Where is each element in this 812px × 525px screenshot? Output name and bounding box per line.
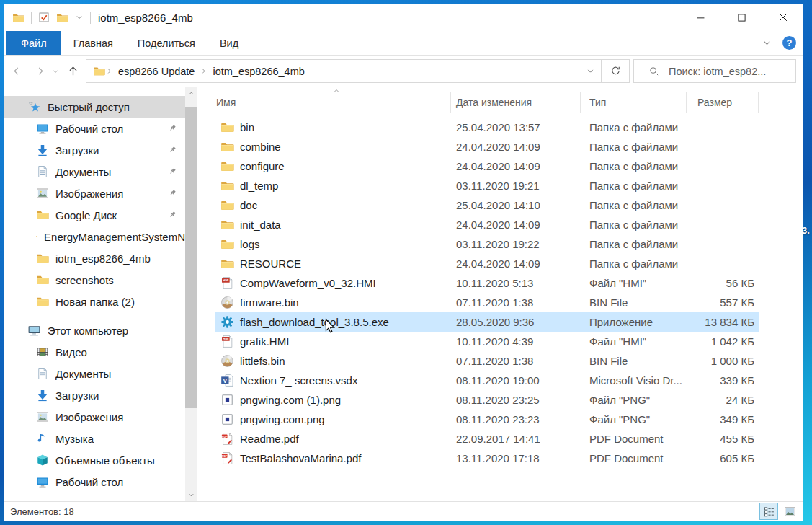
sidebar-item[interactable]: iotm_esp8266_4mb	[4, 247, 185, 269]
separator	[31, 12, 32, 24]
sidebar-item[interactable]: Рабочий стол	[4, 471, 185, 493]
qat-folder-icon[interactable]	[56, 12, 68, 24]
file-row[interactable]: dl_temp 03.11.2020 19:21 Папка с файлами	[215, 176, 759, 195]
ribbon-collapse-chevron-icon[interactable]	[762, 38, 772, 48]
ribbon-tab-share[interactable]: Поделиться	[125, 31, 208, 55]
navigation-pane: Быстрый доступ Рабочий стол Загрузки Док…	[4, 87, 185, 501]
file-name: dl_temp	[240, 180, 278, 192]
file-row[interactable]: logs 03.11.2020 19:22 Папка с файлами	[215, 234, 759, 254]
forward-button[interactable]	[28, 60, 48, 83]
file-name: RESOURCE	[240, 257, 301, 270]
folder-file-icon	[220, 198, 234, 212]
scroll-up-button[interactable]	[185, 87, 197, 100]
sidebar-item[interactable]: Загрузки	[4, 384, 185, 406]
sidebar-item-label: Видео	[55, 346, 87, 358]
sidebar-item[interactable]: Изображения	[4, 406, 185, 428]
file-date: 24.04.2020 14:09	[450, 219, 580, 231]
file-row[interactable]: TestBalashovaMarina.pdf 13.11.2020 17:18…	[215, 449, 759, 468]
breadcrumb-segment[interactable]: esp8266 Update	[113, 66, 200, 77]
sidebar-section-quick-access[interactable]: Быстрый доступ	[4, 96, 185, 118]
pin-icon	[167, 188, 177, 198]
address-bar[interactable]: esp8266 Update iotm_esp8266_4mb	[86, 59, 602, 83]
column-divider[interactable]	[686, 92, 687, 113]
scroll-down-button[interactable]	[185, 489, 197, 501]
file-type: Папка с файлами	[580, 257, 686, 270]
ribbon-tabs: Файл Главная Поделиться Вид	[4, 31, 251, 55]
sidebar-section-this-pc[interactable]: Этот компьютер	[4, 319, 185, 341]
address-dropdown-button[interactable]	[579, 60, 601, 82]
file-row[interactable]: flash_download_tool_3.8.5.exe 28.05.2020…	[215, 312, 759, 332]
sidebar-item[interactable]: EnergyManagementSystemN	[4, 226, 185, 247]
file-row[interactable]: combine 24.04.2020 14:09 Папка с файлами	[215, 137, 759, 156]
refresh-button[interactable]	[602, 59, 630, 83]
column-header-2[interactable]: Тип	[580, 97, 686, 108]
maximize-button[interactable]	[721, 4, 762, 31]
breadcrumb-segment[interactable]: iotm_esp8266_4mb	[208, 66, 309, 77]
column-header-1[interactable]: Дата изменения	[450, 97, 580, 108]
sidebar-item[interactable]: Google Диск	[4, 204, 185, 226]
sidebar-item-label: Документы	[55, 368, 111, 380]
column-divider[interactable]	[580, 92, 581, 113]
file-row[interactable]: littlefs.bin 07.11.2020 1:38 BIN File 1 …	[215, 351, 759, 371]
file-row[interactable]: configure 24.04.2020 14:09 Папка с файла…	[215, 156, 759, 176]
desktop-background: 3. iotm_esp8266_4mb	[0, 0, 812, 525]
file-row[interactable]: grafik.HMI 10.11.2020 4:39 Файл "HMI" 1 …	[215, 332, 759, 351]
file-row[interactable]: Readme.pdf 22.09.2017 14:41 PDF Document…	[215, 429, 759, 449]
file-date: 03.11.2020 19:21	[450, 180, 580, 192]
column-divider[interactable]	[758, 92, 759, 113]
column-header-3[interactable]: Размер	[686, 97, 758, 108]
ribbon-tab-label: Файл	[21, 38, 47, 49]
ribbon-tab-file[interactable]: Файл	[6, 31, 61, 55]
sidebar-item[interactable]: Музыка	[4, 428, 185, 449]
back-button[interactable]	[8, 60, 28, 83]
file-size: 605 КБ	[686, 452, 758, 464]
up-button[interactable]	[63, 60, 83, 83]
close-button[interactable]	[762, 4, 803, 31]
file-row[interactable]: doc 25.04.2020 14:10 Папка с файлами	[215, 195, 759, 215]
scrollbar-thumb[interactable]	[185, 107, 197, 408]
breadcrumb: esp8266 Update iotm_esp8266_4mb	[105, 66, 310, 77]
file-size: 1 042 КБ	[686, 335, 758, 348]
file-row[interactable]: init_data 24.04.2020 14:09 Папка с файла…	[215, 215, 759, 234]
details-view-button[interactable]	[759, 503, 778, 520]
file-row[interactable]: firmware.bin 07.11.2020 1:38 BIN File 55…	[215, 293, 759, 312]
sidebar-item[interactable]: Документы	[4, 363, 185, 384]
sidebar-item[interactable]: Документы	[4, 161, 185, 182]
file-row[interactable]: pngwing.com.png 08.11.2020 23:23 Файл "P…	[215, 410, 759, 429]
file-type: Файл "HMI"	[580, 335, 686, 348]
sidebar-item[interactable]: Новая папка (2)	[4, 291, 185, 312]
file-date: 08.11.2020 23:25	[450, 394, 580, 406]
file-name: init_data	[240, 219, 281, 231]
column-divider[interactable]	[450, 92, 451, 113]
ribbon-tab-view[interactable]: Вид	[208, 31, 251, 55]
ribbon-tab-home[interactable]: Главная	[61, 31, 125, 55]
file-row[interactable]: CompWaveform_v0_32.HMI 10.11.2020 5:13 Ф…	[215, 273, 759, 293]
checkmark-icon[interactable]	[38, 12, 50, 23]
qat-customize-caret-icon[interactable]	[75, 13, 84, 22]
folder-file-icon	[220, 159, 234, 173]
file-name: TestBalashovaMarina.pdf	[240, 452, 361, 464]
sidebar-item[interactable]: Видео	[4, 341, 185, 363]
minimize-button[interactable]	[680, 4, 721, 31]
file-row[interactable]: RESOURCE 24.04.2020 14:09 Папка с файлам…	[215, 254, 759, 273]
sidebar-item[interactable]: Изображения	[4, 182, 185, 204]
file-type: Приложение	[580, 316, 686, 328]
sidebar-scrollbar[interactable]	[185, 87, 197, 501]
help-button[interactable]: ?	[782, 36, 796, 50]
recent-locations-button[interactable]	[48, 60, 63, 83]
pdf-file-icon	[220, 451, 234, 465]
file-row[interactable]: bin 25.04.2020 13:57 Папка с файлами	[215, 118, 759, 137]
folder-file-icon	[220, 120, 234, 134]
search-input[interactable]: Поиск: iotm_esp82...	[633, 59, 796, 83]
sidebar-item[interactable]: screenshots	[4, 269, 185, 291]
column-header-0[interactable]: Имя	[215, 97, 450, 108]
sidebar-item[interactable]: Рабочий стол	[4, 118, 185, 139]
sidebar-item[interactable]: Объемные объекты	[4, 449, 185, 471]
sidebar-item[interactable]: Загрузки	[4, 139, 185, 161]
thumbnails-view-button[interactable]	[780, 503, 799, 520]
ribbon-tab-label: Поделиться	[138, 38, 195, 49]
file-row[interactable]: pngwing.com (1).png 08.11.2020 23:25 Фай…	[215, 390, 759, 410]
file-row[interactable]: Nextion 7_ screens.vsdx 08.11.2020 19:00…	[215, 371, 759, 390]
folder-icon	[36, 252, 49, 265]
folder-file-icon	[220, 237, 234, 251]
